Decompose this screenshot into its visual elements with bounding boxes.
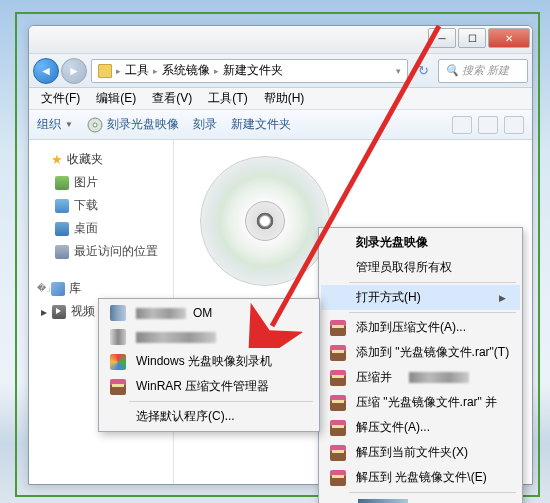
ctx-extract[interactable]: 解压文件(A)...: [321, 415, 520, 440]
back-button[interactable]: ◄: [33, 58, 59, 84]
menu-tools[interactable]: 工具(T): [200, 88, 255, 109]
favorites-group[interactable]: ★ 收藏夹: [33, 148, 169, 171]
help-button[interactable]: [504, 116, 524, 134]
breadcrumb-seg[interactable]: 系统镜像: [162, 62, 210, 79]
open-with-submenu: OM Windows 光盘映像刻录机 WinRAR 压缩文件管理器 选择默认程序…: [98, 298, 320, 432]
view-options-button[interactable]: [452, 116, 472, 134]
rar-icon: [330, 345, 346, 361]
menu-edit[interactable]: 编辑(E): [88, 88, 144, 109]
windows-icon: [110, 354, 126, 370]
close-button[interactable]: ✕: [488, 28, 530, 48]
ctx-compress-rar-and[interactable]: 压缩 "光盘镜像文件.rar" 并: [321, 390, 520, 415]
search-input[interactable]: 🔍 搜索 新建: [438, 59, 528, 83]
svg-point-1: [93, 123, 97, 127]
ctx-add-rar[interactable]: 添加到 "光盘镜像文件.rar"(T): [321, 340, 520, 365]
rar-icon: [330, 370, 346, 386]
star-icon: ★: [51, 152, 63, 167]
burn-image-button[interactable]: 刻录光盘映像: [87, 116, 179, 133]
openwith-item-1[interactable]: OM: [101, 301, 317, 325]
disc-icon: [87, 117, 103, 133]
sidebar-item-downloads[interactable]: 下载: [33, 194, 169, 217]
toolbar: 组织▼ 刻录光盘映像 刻录 新建文件夹: [29, 110, 532, 140]
ctx-add-archive[interactable]: 添加到压缩文件(A)...: [321, 315, 520, 340]
menu-view[interactable]: 查看(V): [144, 88, 200, 109]
new-folder-button[interactable]: 新建文件夹: [231, 116, 291, 133]
ctx-extract-to[interactable]: 解压到 光盘镜像文件\(E): [321, 465, 520, 490]
refresh-button[interactable]: ↻: [412, 60, 434, 82]
library-icon: [51, 282, 65, 296]
openwith-windows-burner[interactable]: Windows 光盘映像刻录机: [101, 349, 317, 374]
search-icon: 🔍: [445, 64, 459, 77]
breadcrumb-seg[interactable]: 工具: [125, 62, 149, 79]
pictures-icon: [55, 176, 69, 190]
rar-icon: [330, 320, 346, 336]
maximize-button[interactable]: ☐: [458, 28, 486, 48]
context-menu: 刻录光盘映像 管理员取得所有权 打开方式(H)▶ 添加到压缩文件(A)... 添…: [318, 227, 523, 503]
breadcrumb[interactable]: ▸ 工具 ▸ 系统镜像 ▸ 新建文件夹 ▾: [91, 59, 408, 83]
sidebar-item-pictures[interactable]: 图片: [33, 171, 169, 194]
menu-help[interactable]: 帮助(H): [256, 88, 313, 109]
openwith-choose-default[interactable]: 选择默认程序(C)...: [101, 404, 317, 429]
video-icon: [52, 305, 66, 319]
openwith-winrar[interactable]: WinRAR 压缩文件管理器: [101, 374, 317, 399]
forward-button[interactable]: ►: [61, 58, 87, 84]
minimize-button[interactable]: ─: [428, 28, 456, 48]
ctx-open-with[interactable]: 打开方式(H)▶: [321, 285, 520, 310]
app-icon: [110, 305, 126, 321]
sidebar-item-desktop[interactable]: 桌面: [33, 217, 169, 240]
preview-pane-button[interactable]: [478, 116, 498, 134]
rar-icon: [330, 445, 346, 461]
breadcrumb-seg[interactable]: 新建文件夹: [223, 62, 283, 79]
ctx-burn-image[interactable]: 刻录光盘映像: [321, 230, 520, 255]
download-icon: [55, 199, 69, 213]
ctx-admin-own[interactable]: 管理员取得所有权: [321, 255, 520, 280]
ctx-compress-and[interactable]: 压缩并: [321, 365, 520, 390]
burn-button[interactable]: 刻录: [193, 116, 217, 133]
sidebar-item-recent[interactable]: 最近访问的位置: [33, 240, 169, 263]
rar-icon: [330, 420, 346, 436]
iso-file-icon[interactable]: [200, 156, 330, 286]
menubar: 文件(F) 编辑(E) 查看(V) 工具(T) 帮助(H): [29, 88, 532, 110]
rar-icon: [110, 379, 126, 395]
address-bar: ◄ ► ▸ 工具 ▸ 系统镜像 ▸ 新建文件夹 ▾ ↻ 🔍 搜索 新建: [29, 54, 532, 88]
libraries-group[interactable]: �」 库: [33, 277, 169, 300]
rar-icon: [330, 395, 346, 411]
recent-icon: [55, 245, 69, 259]
menu-file[interactable]: 文件(F): [33, 88, 88, 109]
rar-icon: [330, 470, 346, 486]
titlebar: ─ ☐ ✕: [29, 26, 532, 54]
openwith-item-2[interactable]: [101, 325, 317, 349]
organize-button[interactable]: 组织▼: [37, 116, 73, 133]
desktop-icon: [55, 222, 69, 236]
ctx-blur-item[interactable]: [321, 495, 520, 503]
search-placeholder: 搜索 新建: [462, 63, 509, 78]
folder-icon: [98, 64, 112, 78]
app-icon: [110, 329, 126, 345]
ctx-extract-here[interactable]: 解压到当前文件夹(X): [321, 440, 520, 465]
